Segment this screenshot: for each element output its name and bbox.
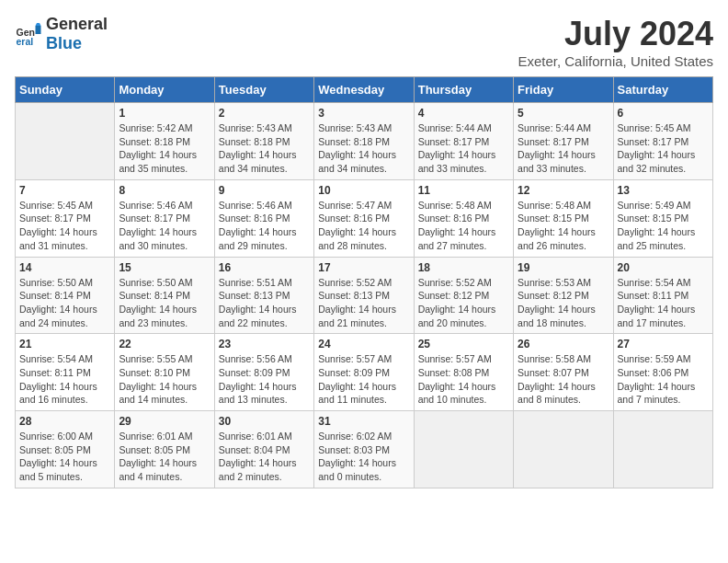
cell-info: Sunrise: 5:52 AMSunset: 8:12 PMDaylight:…	[418, 277, 496, 328]
cell-info: Sunrise: 5:43 AMSunset: 8:18 PMDaylight:…	[318, 122, 396, 174]
day-number: 21	[19, 338, 110, 350]
header-cell-saturday: Saturday	[613, 77, 712, 103]
day-number: 23	[219, 338, 310, 350]
cell-info: Sunrise: 5:51 AMSunset: 8:13 PMDaylight:…	[219, 277, 297, 328]
day-cell: 25Sunrise: 5:57 AMSunset: 8:08 PMDayligh…	[414, 334, 513, 411]
day-number: 26	[518, 338, 609, 350]
day-number: 12	[518, 184, 609, 197]
cell-info: Sunrise: 5:55 AMSunset: 8:10 PMDaylight:…	[119, 353, 197, 405]
day-cell: 30Sunrise: 6:01 AMSunset: 8:04 PMDayligh…	[214, 411, 313, 488]
cell-info: Sunrise: 5:48 AMSunset: 8:15 PMDaylight:…	[518, 200, 596, 251]
week-row-5: 28Sunrise: 6:00 AMSunset: 8:05 PMDayligh…	[16, 411, 713, 488]
header-cell-sunday: Sunday	[16, 77, 115, 103]
day-number: 8	[119, 184, 210, 197]
svg-marker-3	[36, 23, 41, 26]
header-cell-tuesday: Tuesday	[214, 77, 313, 103]
day-number: 16	[219, 261, 310, 274]
day-cell: 20Sunrise: 5:54 AMSunset: 8:11 PMDayligh…	[613, 257, 712, 334]
day-number: 15	[119, 261, 210, 274]
logo-icon: Gen eral	[15, 20, 42, 48]
day-number: 5	[518, 107, 609, 120]
day-cell: 21Sunrise: 5:54 AMSunset: 8:11 PMDayligh…	[16, 334, 115, 411]
cell-info: Sunrise: 5:54 AMSunset: 8:11 PMDaylight:…	[618, 277, 696, 328]
cell-info: Sunrise: 6:01 AMSunset: 8:04 PMDaylight:…	[219, 431, 297, 482]
day-number: 27	[618, 338, 709, 350]
header: Gen eral General Blue July 2024 Exeter, …	[15, 15, 713, 69]
day-number: 14	[19, 261, 110, 274]
day-number: 20	[618, 261, 709, 274]
day-number: 24	[318, 338, 409, 350]
day-cell: 11Sunrise: 5:48 AMSunset: 8:16 PMDayligh…	[414, 179, 513, 257]
cell-info: Sunrise: 5:53 AMSunset: 8:12 PMDaylight:…	[518, 277, 596, 328]
day-cell: 28Sunrise: 6:00 AMSunset: 8:05 PMDayligh…	[16, 411, 115, 488]
svg-text:eral: eral	[17, 36, 34, 47]
day-number: 19	[518, 261, 609, 274]
day-number: 6	[618, 107, 709, 120]
day-cell	[514, 411, 613, 488]
logo-text: General Blue	[46, 15, 108, 53]
cell-info: Sunrise: 5:44 AMSunset: 8:17 PMDaylight:…	[418, 122, 496, 174]
cell-info: Sunrise: 5:48 AMSunset: 8:16 PMDaylight:…	[418, 200, 496, 251]
cell-info: Sunrise: 5:45 AMSunset: 8:17 PMDaylight:…	[19, 200, 97, 251]
cell-info: Sunrise: 6:00 AMSunset: 8:05 PMDaylight:…	[19, 431, 97, 482]
cell-info: Sunrise: 5:54 AMSunset: 8:11 PMDaylight:…	[19, 353, 97, 405]
day-number: 2	[219, 107, 310, 120]
day-number: 11	[418, 184, 509, 197]
week-row-2: 7Sunrise: 5:45 AMSunset: 8:17 PMDaylight…	[16, 179, 713, 257]
week-row-3: 14Sunrise: 5:50 AMSunset: 8:14 PMDayligh…	[16, 257, 713, 334]
day-cell: 10Sunrise: 5:47 AMSunset: 8:16 PMDayligh…	[314, 179, 414, 257]
day-number: 31	[318, 415, 409, 428]
cell-info: Sunrise: 5:58 AMSunset: 8:07 PMDaylight:…	[518, 353, 596, 405]
day-cell: 14Sunrise: 5:50 AMSunset: 8:14 PMDayligh…	[16, 257, 115, 334]
day-cell: 18Sunrise: 5:52 AMSunset: 8:12 PMDayligh…	[414, 257, 513, 334]
logo: Gen eral General Blue	[15, 15, 108, 53]
day-cell: 24Sunrise: 5:57 AMSunset: 8:09 PMDayligh…	[314, 334, 414, 411]
cell-info: Sunrise: 5:45 AMSunset: 8:17 PMDaylight:…	[618, 122, 696, 174]
day-cell: 23Sunrise: 5:56 AMSunset: 8:09 PMDayligh…	[214, 334, 313, 411]
day-number: 30	[219, 415, 310, 428]
day-number: 1	[119, 107, 210, 120]
week-row-1: 1Sunrise: 5:42 AMSunset: 8:18 PMDaylight…	[16, 103, 713, 180]
day-number: 3	[318, 107, 409, 120]
logo-general: General	[46, 15, 108, 33]
day-cell: 15Sunrise: 5:50 AMSunset: 8:14 PMDayligh…	[115, 257, 214, 334]
cell-info: Sunrise: 5:57 AMSunset: 8:09 PMDaylight:…	[318, 353, 396, 405]
day-cell	[613, 411, 712, 488]
day-cell: 1Sunrise: 5:42 AMSunset: 8:18 PMDaylight…	[115, 103, 214, 180]
cell-info: Sunrise: 6:01 AMSunset: 8:05 PMDaylight:…	[119, 431, 197, 482]
day-cell: 3Sunrise: 5:43 AMSunset: 8:18 PMDaylight…	[314, 103, 414, 180]
day-cell: 4Sunrise: 5:44 AMSunset: 8:17 PMDaylight…	[414, 103, 513, 180]
header-cell-monday: Monday	[115, 77, 214, 103]
cell-info: Sunrise: 5:43 AMSunset: 8:18 PMDaylight:…	[219, 122, 297, 174]
subtitle: Exeter, California, United States	[518, 53, 713, 69]
day-cell: 22Sunrise: 5:55 AMSunset: 8:10 PMDayligh…	[115, 334, 214, 411]
cell-info: Sunrise: 5:46 AMSunset: 8:16 PMDaylight:…	[219, 200, 297, 251]
day-number: 28	[19, 415, 110, 428]
header-cell-friday: Friday	[514, 77, 613, 103]
day-cell: 9Sunrise: 5:46 AMSunset: 8:16 PMDaylight…	[214, 179, 313, 257]
day-number: 25	[418, 338, 509, 350]
cell-info: Sunrise: 5:42 AMSunset: 8:18 PMDaylight:…	[119, 122, 197, 174]
day-cell: 26Sunrise: 5:58 AMSunset: 8:07 PMDayligh…	[514, 334, 613, 411]
day-cell: 6Sunrise: 5:45 AMSunset: 8:17 PMDaylight…	[613, 103, 712, 180]
day-cell: 29Sunrise: 6:01 AMSunset: 8:05 PMDayligh…	[115, 411, 214, 488]
cell-info: Sunrise: 5:57 AMSunset: 8:08 PMDaylight:…	[418, 353, 496, 405]
day-number: 9	[219, 184, 310, 197]
cell-info: Sunrise: 5:47 AMSunset: 8:16 PMDaylight:…	[318, 200, 396, 251]
day-cell: 16Sunrise: 5:51 AMSunset: 8:13 PMDayligh…	[214, 257, 313, 334]
cell-info: Sunrise: 5:50 AMSunset: 8:14 PMDaylight:…	[119, 277, 197, 328]
day-number: 29	[119, 415, 210, 428]
day-cell: 31Sunrise: 6:02 AMSunset: 8:03 PMDayligh…	[314, 411, 414, 488]
day-cell	[414, 411, 513, 488]
day-cell: 8Sunrise: 5:46 AMSunset: 8:17 PMDaylight…	[115, 179, 214, 257]
cell-info: Sunrise: 5:49 AMSunset: 8:15 PMDaylight:…	[618, 200, 696, 251]
header-cell-wednesday: Wednesday	[314, 77, 414, 103]
header-cell-thursday: Thursday	[414, 77, 513, 103]
day-cell: 27Sunrise: 5:59 AMSunset: 8:06 PMDayligh…	[613, 334, 712, 411]
day-cell: 13Sunrise: 5:49 AMSunset: 8:15 PMDayligh…	[613, 179, 712, 257]
day-number: 13	[618, 184, 709, 197]
week-row-4: 21Sunrise: 5:54 AMSunset: 8:11 PMDayligh…	[16, 334, 713, 411]
cell-info: Sunrise: 5:50 AMSunset: 8:14 PMDaylight:…	[19, 277, 97, 328]
day-cell: 12Sunrise: 5:48 AMSunset: 8:15 PMDayligh…	[514, 179, 613, 257]
logo-blue: Blue	[46, 34, 82, 52]
